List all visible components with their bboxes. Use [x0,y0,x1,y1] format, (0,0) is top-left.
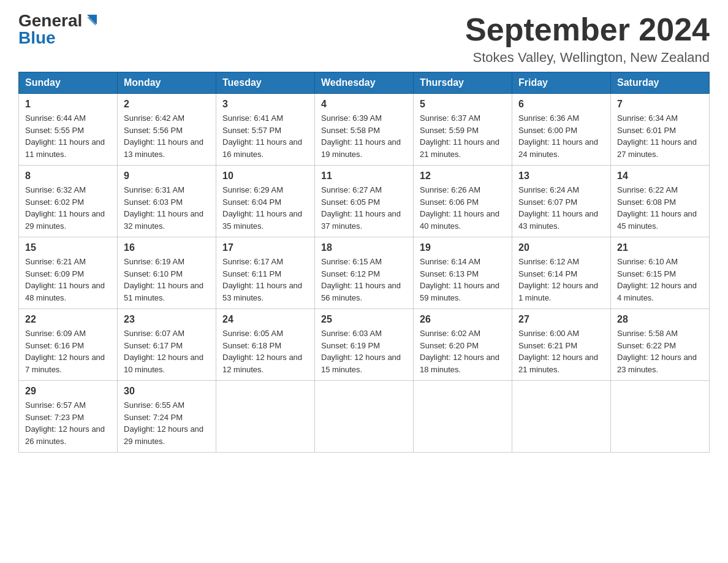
day-number: 20 [518,242,604,253]
title-block: September 2024 Stokes Valley, Wellington… [465,12,710,66]
calendar-week-5: 29 Sunrise: 6:57 AM Sunset: 7:23 PM Dayl… [19,381,710,453]
day-info: Sunrise: 5:58 AM Sunset: 6:22 PM Dayligh… [617,327,703,375]
day-info: Sunrise: 6:42 AM Sunset: 5:56 PM Dayligh… [124,112,210,160]
logo-blue-text: Blue [18,28,56,48]
calendar-cell: 29 Sunrise: 6:57 AM Sunset: 7:23 PM Dayl… [19,381,118,453]
calendar-cell: 11 Sunrise: 6:27 AM Sunset: 6:05 PM Dayl… [315,166,414,237]
day-number: 8 [25,170,111,182]
month-title: September 2024 [465,12,710,47]
day-info: Sunrise: 6:09 AM Sunset: 6:16 PM Dayligh… [25,327,111,375]
calendar-cell: 4 Sunrise: 6:39 AM Sunset: 5:58 PM Dayli… [315,94,414,166]
header-tuesday: Tuesday [216,72,315,94]
day-number: 15 [25,242,111,253]
calendar-cell: 14 Sunrise: 6:22 AM Sunset: 6:08 PM Dayl… [611,166,710,237]
day-number: 1 [25,99,111,110]
day-info: Sunrise: 6:41 AM Sunset: 5:57 PM Dayligh… [222,112,308,160]
day-info: Sunrise: 6:12 AM Sunset: 6:14 PM Dayligh… [518,256,604,304]
day-info: Sunrise: 6:22 AM Sunset: 6:08 PM Dayligh… [617,184,703,232]
day-number: 10 [222,170,308,182]
day-info: Sunrise: 6:36 AM Sunset: 6:00 PM Dayligh… [518,112,604,160]
day-info: Sunrise: 6:44 AM Sunset: 5:55 PM Dayligh… [25,112,111,160]
day-number: 26 [420,314,506,325]
logo: General Blue [18,12,100,48]
header-monday: Monday [118,72,216,94]
logo-general-text: General [18,12,82,29]
calendar-cell: 10 Sunrise: 6:29 AM Sunset: 6:04 PM Dayl… [216,166,315,237]
day-info: Sunrise: 6:07 AM Sunset: 6:17 PM Dayligh… [124,327,210,375]
page-header: General Blue September 2024 Stokes Valle… [18,12,710,66]
svg-marker-1 [87,17,96,26]
calendar-week-1: 1 Sunrise: 6:44 AM Sunset: 5:55 PM Dayli… [19,94,710,166]
calendar-cell: 16 Sunrise: 6:19 AM Sunset: 6:10 PM Dayl… [118,237,216,309]
day-info: Sunrise: 6:27 AM Sunset: 6:05 PM Dayligh… [321,184,407,232]
day-number: 5 [420,99,506,110]
day-number: 16 [124,242,210,253]
day-info: Sunrise: 6:31 AM Sunset: 6:03 PM Dayligh… [124,184,210,232]
calendar-cell [611,381,710,453]
day-number: 21 [617,242,703,253]
day-number: 13 [518,170,604,182]
header-sunday: Sunday [19,72,118,94]
calendar-cell: 1 Sunrise: 6:44 AM Sunset: 5:55 PM Dayli… [19,94,118,166]
calendar-table: Sunday Monday Tuesday Wednesday Thursday… [18,72,710,453]
calendar-cell: 7 Sunrise: 6:34 AM Sunset: 6:01 PM Dayli… [611,94,710,166]
calendar-cell: 25 Sunrise: 6:03 AM Sunset: 6:19 PM Dayl… [315,309,414,381]
calendar-cell [216,381,315,453]
calendar-cell: 23 Sunrise: 6:07 AM Sunset: 6:17 PM Dayl… [118,309,216,381]
calendar-cell: 5 Sunrise: 6:37 AM Sunset: 5:59 PM Dayli… [414,94,512,166]
calendar-cell: 21 Sunrise: 6:10 AM Sunset: 6:15 PM Dayl… [611,237,710,309]
day-info: Sunrise: 6:37 AM Sunset: 5:59 PM Dayligh… [420,112,506,160]
day-info: Sunrise: 6:15 AM Sunset: 6:12 PM Dayligh… [321,256,407,304]
calendar-cell: 8 Sunrise: 6:32 AM Sunset: 6:02 PM Dayli… [19,166,118,237]
day-info: Sunrise: 6:10 AM Sunset: 6:15 PM Dayligh… [617,256,703,304]
calendar-cell: 2 Sunrise: 6:42 AM Sunset: 5:56 PM Dayli… [118,94,216,166]
day-number: 22 [25,314,111,325]
day-info: Sunrise: 6:17 AM Sunset: 6:11 PM Dayligh… [222,256,308,304]
day-number: 12 [420,170,506,182]
calendar-cell: 26 Sunrise: 6:02 AM Sunset: 6:20 PM Dayl… [414,309,512,381]
calendar-cell: 20 Sunrise: 6:12 AM Sunset: 6:14 PM Dayl… [512,237,611,309]
calendar-cell: 24 Sunrise: 6:05 AM Sunset: 6:18 PM Dayl… [216,309,315,381]
calendar-cell [512,381,611,453]
day-info: Sunrise: 6:34 AM Sunset: 6:01 PM Dayligh… [617,112,703,160]
day-info: Sunrise: 6:14 AM Sunset: 6:13 PM Dayligh… [420,256,506,304]
calendar-cell: 6 Sunrise: 6:36 AM Sunset: 6:00 PM Dayli… [512,94,611,166]
header-saturday: Saturday [611,72,710,94]
calendar-cell: 18 Sunrise: 6:15 AM Sunset: 6:12 PM Dayl… [315,237,414,309]
day-info: Sunrise: 6:03 AM Sunset: 6:19 PM Dayligh… [321,327,407,375]
day-info: Sunrise: 6:29 AM Sunset: 6:04 PM Dayligh… [222,184,308,232]
calendar-cell: 3 Sunrise: 6:41 AM Sunset: 5:57 PM Dayli… [216,94,315,166]
day-number: 17 [222,242,308,253]
day-number: 28 [617,314,703,325]
day-number: 4 [321,99,407,110]
day-info: Sunrise: 6:32 AM Sunset: 6:02 PM Dayligh… [25,184,111,232]
calendar-week-4: 22 Sunrise: 6:09 AM Sunset: 6:16 PM Dayl… [19,309,710,381]
calendar-cell: 19 Sunrise: 6:14 AM Sunset: 6:13 PM Dayl… [414,237,512,309]
day-number: 3 [222,99,308,110]
day-number: 30 [124,386,210,397]
calendar-cell: 28 Sunrise: 5:58 AM Sunset: 6:22 PM Dayl… [611,309,710,381]
day-info: Sunrise: 6:39 AM Sunset: 5:58 PM Dayligh… [321,112,407,160]
day-number: 18 [321,242,407,253]
calendar-week-2: 8 Sunrise: 6:32 AM Sunset: 6:02 PM Dayli… [19,166,710,237]
day-number: 25 [321,314,407,325]
location-subtitle: Stokes Valley, Wellington, New Zealand [465,50,710,66]
calendar-cell: 12 Sunrise: 6:26 AM Sunset: 6:06 PM Dayl… [414,166,512,237]
calendar-week-3: 15 Sunrise: 6:21 AM Sunset: 6:09 PM Dayl… [19,237,710,309]
day-number: 23 [124,314,210,325]
day-info: Sunrise: 6:19 AM Sunset: 6:10 PM Dayligh… [124,256,210,304]
day-number: 7 [617,99,703,110]
day-number: 27 [518,314,604,325]
calendar-cell: 9 Sunrise: 6:31 AM Sunset: 6:03 PM Dayli… [118,166,216,237]
header-friday: Friday [512,72,611,94]
day-number: 24 [222,314,308,325]
calendar-cell: 30 Sunrise: 6:55 AM Sunset: 7:24 PM Dayl… [118,381,216,453]
calendar-header-row: Sunday Monday Tuesday Wednesday Thursday… [19,72,710,94]
header-wednesday: Wednesday [315,72,414,94]
calendar-cell [315,381,414,453]
calendar-cell: 27 Sunrise: 6:00 AM Sunset: 6:21 PM Dayl… [512,309,611,381]
day-info: Sunrise: 6:24 AM Sunset: 6:07 PM Dayligh… [518,184,604,232]
calendar-cell: 17 Sunrise: 6:17 AM Sunset: 6:11 PM Dayl… [216,237,315,309]
day-info: Sunrise: 6:26 AM Sunset: 6:06 PM Dayligh… [420,184,506,232]
calendar-cell [414,381,512,453]
